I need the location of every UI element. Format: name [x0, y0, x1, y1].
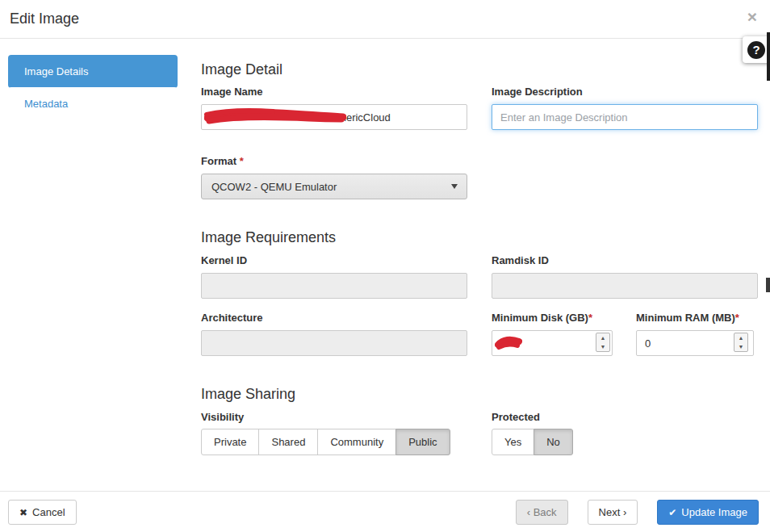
visibility-option-shared[interactable]: Shared [258, 429, 318, 455]
min-disk-spinner[interactable]: ▲ ▼ [596, 333, 610, 352]
section-heading-image-requirements: Image Requirements [201, 229, 336, 246]
chevron-down-icon [451, 184, 458, 189]
back-button[interactable]: ‹ Back [516, 500, 568, 525]
sidebar-item-metadata[interactable]: Metadata [8, 87, 178, 120]
ramdisk-id-input [492, 273, 758, 299]
protected-option-yes[interactable]: Yes [492, 429, 534, 455]
required-marker: * [735, 312, 739, 324]
x-icon: ✖ [19, 507, 27, 518]
spinner-up-icon[interactable]: ▲ [596, 333, 609, 342]
sidebar-item-label: Metadata [24, 98, 68, 110]
image-description-label: Image Description [492, 86, 583, 98]
architecture-label: Architecture [201, 312, 263, 324]
spinner-down-icon[interactable]: ▼ [596, 342, 609, 351]
visibility-option-public[interactable]: Public [395, 429, 450, 455]
update-image-button[interactable]: ✔ Update Image [657, 500, 759, 525]
spinner-down-icon[interactable]: ▼ [734, 342, 747, 351]
format-label: Format * [201, 155, 244, 167]
required-marker: * [588, 312, 592, 324]
image-description-input[interactable] [492, 104, 758, 130]
section-heading-image-sharing: Image Sharing [201, 386, 295, 403]
format-select[interactable]: QCOW2 - QEMU Emulator [201, 174, 467, 199]
spinner-up-icon[interactable]: ▲ [734, 333, 747, 342]
background-page-fragment [766, 278, 770, 292]
min-disk-label: Minimum Disk (GB)* [492, 312, 592, 324]
required-marker: * [240, 155, 244, 167]
sidebar-item-image-details[interactable]: Image Details [8, 55, 178, 88]
min-disk-input[interactable] [492, 330, 613, 356]
protected-button-group: Yes No [492, 429, 573, 455]
format-selected-value: QCOW2 - QEMU Emulator [211, 181, 337, 193]
sidebar-item-label: Image Details [24, 65, 88, 77]
question-mark-icon: ? [747, 41, 765, 59]
protected-option-no[interactable]: No [534, 429, 573, 455]
background-page-fragment [767, 32, 770, 81]
min-ram-spinner[interactable]: ▲ ▼ [734, 333, 748, 352]
check-icon: ✔ [668, 507, 676, 518]
min-ram-label: Minimum RAM (MB)* [636, 312, 739, 324]
image-name-input[interactable] [201, 104, 467, 130]
modal-header: Edit Image × [0, 0, 770, 39]
visibility-button-group: Private Shared Community Public [201, 429, 450, 455]
section-heading-image-detail: Image Detail [201, 61, 282, 78]
kernel-id-input [201, 273, 467, 299]
architecture-input [201, 330, 467, 356]
edit-image-modal: { "modal": { "title": "Edit Image", "clo… [0, 0, 770, 532]
cancel-button[interactable]: ✖ Cancel [8, 500, 77, 525]
close-icon[interactable]: × [747, 8, 757, 25]
visibility-label: Visibility [201, 411, 244, 423]
next-button[interactable]: Next › [588, 500, 638, 525]
ramdisk-id-label: Ramdisk ID [492, 254, 549, 266]
footer-action-buttons: ‹ Back Next › ✔ Update Image [516, 500, 759, 525]
kernel-id-label: Kernel ID [201, 254, 247, 266]
modal-footer: ✖ Cancel ‹ Back Next › ✔ Update Image [0, 491, 770, 532]
protected-label: Protected [492, 411, 540, 423]
image-name-label: Image Name [201, 86, 263, 98]
modal-title: Edit Image [10, 10, 79, 27]
help-button[interactable]: ? [743, 36, 770, 63]
visibility-option-private[interactable]: Private [201, 429, 259, 455]
visibility-option-community[interactable]: Community [317, 429, 396, 455]
